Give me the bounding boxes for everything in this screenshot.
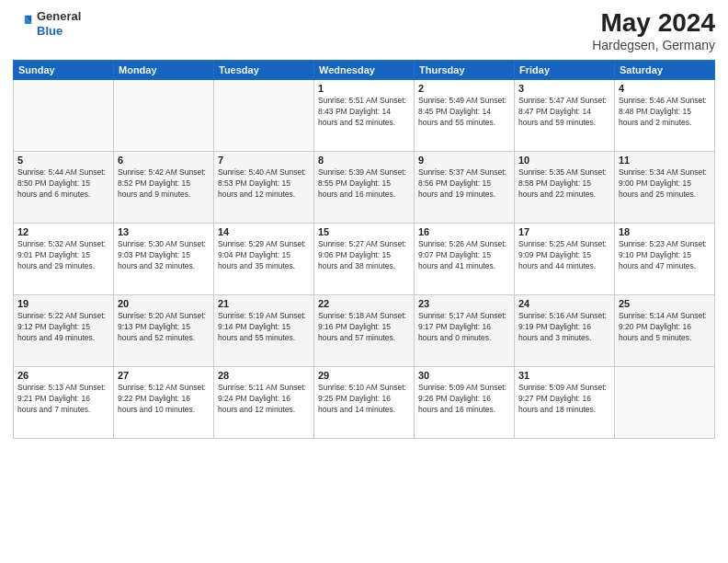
day-number: 22 [318, 298, 410, 309]
day-info: Sunrise: 5:26 AM Sunset: 9:07 PM Dayligh… [418, 239, 510, 272]
day-info: Sunrise: 5:16 AM Sunset: 9:19 PM Dayligh… [518, 311, 610, 344]
day-number: 31 [518, 370, 610, 381]
day-number: 29 [318, 370, 410, 381]
day-info: Sunrise: 5:19 AM Sunset: 9:14 PM Dayligh… [218, 311, 310, 344]
calendar-cell: 9Sunrise: 5:37 AM Sunset: 8:56 PM Daylig… [415, 151, 515, 223]
logo: General Blue [13, 9, 81, 38]
calendar-cell [14, 79, 114, 151]
day-number: 23 [418, 298, 510, 309]
day-info: Sunrise: 5:13 AM Sunset: 9:21 PM Dayligh… [17, 383, 109, 416]
day-header-monday: Monday [114, 60, 214, 79]
day-number: 10 [518, 155, 610, 166]
calendar-cell: 25Sunrise: 5:14 AM Sunset: 9:20 PM Dayli… [615, 294, 715, 366]
day-info: Sunrise: 5:42 AM Sunset: 8:52 PM Dayligh… [118, 167, 210, 201]
day-number: 30 [418, 370, 510, 381]
day-info: Sunrise: 5:25 AM Sunset: 9:09 PM Dayligh… [518, 239, 610, 272]
day-header-thursday: Thursday [415, 60, 515, 79]
calendar-cell: 18Sunrise: 5:23 AM Sunset: 9:10 PM Dayli… [615, 223, 715, 294]
calendar-cell: 3Sunrise: 5:47 AM Sunset: 8:47 PM Daylig… [515, 79, 615, 151]
day-number: 26 [17, 370, 109, 381]
calendar-cell: 28Sunrise: 5:11 AM Sunset: 9:24 PM Dayli… [214, 366, 314, 438]
day-info: Sunrise: 5:11 AM Sunset: 9:24 PM Dayligh… [218, 383, 310, 416]
calendar-cell: 22Sunrise: 5:18 AM Sunset: 9:16 PM Dayli… [314, 294, 415, 366]
day-info: Sunrise: 5:20 AM Sunset: 9:13 PM Dayligh… [118, 311, 210, 344]
calendar-cell: 26Sunrise: 5:13 AM Sunset: 9:21 PM Dayli… [14, 366, 114, 438]
calendar-cell: 16Sunrise: 5:26 AM Sunset: 9:07 PM Dayli… [415, 223, 515, 294]
day-number: 16 [418, 226, 510, 237]
day-info: Sunrise: 5:09 AM Sunset: 9:27 PM Dayligh… [518, 383, 610, 416]
day-info: Sunrise: 5:32 AM Sunset: 9:01 PM Dayligh… [17, 239, 109, 272]
calendar-cell: 30Sunrise: 5:09 AM Sunset: 9:26 PM Dayli… [415, 366, 515, 438]
day-number: 11 [619, 155, 711, 166]
day-info: Sunrise: 5:17 AM Sunset: 9:17 PM Dayligh… [418, 311, 510, 344]
day-info: Sunrise: 5:10 AM Sunset: 9:25 PM Dayligh… [318, 383, 410, 416]
calendar-week-5: 26Sunrise: 5:13 AM Sunset: 9:21 PM Dayli… [14, 366, 715, 438]
calendar-week-1: 1Sunrise: 5:51 AM Sunset: 8:43 PM Daylig… [14, 79, 715, 151]
calendar-cell: 2Sunrise: 5:49 AM Sunset: 8:45 PM Daylig… [415, 79, 515, 151]
day-info: Sunrise: 5:37 AM Sunset: 8:56 PM Dayligh… [418, 167, 510, 201]
day-number: 8 [318, 155, 410, 166]
calendar-cell: 11Sunrise: 5:34 AM Sunset: 9:00 PM Dayli… [615, 151, 715, 223]
day-number: 27 [118, 370, 210, 381]
day-number: 18 [619, 226, 711, 237]
day-number: 4 [619, 83, 711, 94]
day-number: 21 [218, 298, 310, 309]
day-info: Sunrise: 5:44 AM Sunset: 8:50 PM Dayligh… [17, 167, 109, 201]
calendar-cell: 24Sunrise: 5:16 AM Sunset: 9:19 PM Dayli… [515, 294, 615, 366]
day-info: Sunrise: 5:30 AM Sunset: 9:03 PM Dayligh… [118, 239, 210, 272]
day-info: Sunrise: 5:47 AM Sunset: 8:47 PM Dayligh… [518, 96, 610, 129]
day-number: 12 [17, 226, 109, 237]
calendar-cell [214, 79, 314, 151]
day-info: Sunrise: 5:29 AM Sunset: 9:04 PM Dayligh… [218, 239, 310, 272]
day-info: Sunrise: 5:49 AM Sunset: 8:45 PM Dayligh… [418, 96, 510, 129]
day-info: Sunrise: 5:22 AM Sunset: 9:12 PM Dayligh… [17, 311, 109, 344]
day-number: 2 [418, 83, 510, 94]
day-header-saturday: Saturday [615, 60, 715, 79]
title-block: May 2024 Hardegsen, Germany [592, 9, 715, 52]
calendar-cell: 21Sunrise: 5:19 AM Sunset: 9:14 PM Dayli… [214, 294, 314, 366]
day-info: Sunrise: 5:14 AM Sunset: 9:20 PM Dayligh… [619, 311, 711, 344]
calendar-cell: 31Sunrise: 5:09 AM Sunset: 9:27 PM Dayli… [515, 366, 615, 438]
calendar-cell: 20Sunrise: 5:20 AM Sunset: 9:13 PM Dayli… [114, 294, 214, 366]
calendar-table: SundayMondayTuesdayWednesdayThursdayFrid… [13, 60, 715, 439]
day-number: 17 [518, 226, 610, 237]
day-number: 7 [218, 155, 310, 166]
day-number: 13 [118, 226, 210, 237]
day-header-friday: Friday [515, 60, 615, 79]
page: General Blue May 2024 Hardegsen, Germany… [0, 0, 728, 563]
calendar-cell: 5Sunrise: 5:44 AM Sunset: 8:50 PM Daylig… [14, 151, 114, 223]
calendar-cell [114, 79, 214, 151]
day-number: 20 [118, 298, 210, 309]
calendar-cell: 15Sunrise: 5:27 AM Sunset: 9:06 PM Dayli… [314, 223, 415, 294]
calendar-cell: 19Sunrise: 5:22 AM Sunset: 9:12 PM Dayli… [14, 294, 114, 366]
calendar-cell: 13Sunrise: 5:30 AM Sunset: 9:03 PM Dayli… [114, 223, 214, 294]
day-number: 3 [518, 83, 610, 94]
day-number: 15 [318, 226, 410, 237]
day-info: Sunrise: 5:12 AM Sunset: 9:22 PM Dayligh… [118, 383, 210, 416]
calendar-header-row: SundayMondayTuesdayWednesdayThursdayFrid… [14, 60, 715, 79]
day-number: 6 [118, 155, 210, 166]
day-number: 14 [218, 226, 310, 237]
day-info: Sunrise: 5:39 AM Sunset: 8:55 PM Dayligh… [318, 167, 410, 201]
calendar-cell: 10Sunrise: 5:35 AM Sunset: 8:58 PM Dayli… [515, 151, 615, 223]
calendar-cell: 17Sunrise: 5:25 AM Sunset: 9:09 PM Dayli… [515, 223, 615, 294]
calendar-cell: 12Sunrise: 5:32 AM Sunset: 9:01 PM Dayli… [14, 223, 114, 294]
location: Hardegsen, Germany [592, 38, 715, 52]
calendar-cell [615, 366, 715, 438]
month-title: May 2024 [592, 9, 715, 38]
calendar-week-4: 19Sunrise: 5:22 AM Sunset: 9:12 PM Dayli… [14, 294, 715, 366]
day-header-wednesday: Wednesday [314, 60, 415, 79]
day-number: 28 [218, 370, 310, 381]
logo-general: General [37, 9, 81, 24]
day-info: Sunrise: 5:09 AM Sunset: 9:26 PM Dayligh… [418, 383, 510, 416]
day-number: 25 [619, 298, 711, 309]
calendar-cell: 1Sunrise: 5:51 AM Sunset: 8:43 PM Daylig… [314, 79, 415, 151]
logo-icon [13, 14, 33, 34]
calendar-cell: 8Sunrise: 5:39 AM Sunset: 8:55 PM Daylig… [314, 151, 415, 223]
calendar-cell: 29Sunrise: 5:10 AM Sunset: 9:25 PM Dayli… [314, 366, 415, 438]
day-number: 9 [418, 155, 510, 166]
calendar-cell: 23Sunrise: 5:17 AM Sunset: 9:17 PM Dayli… [415, 294, 515, 366]
day-number: 1 [318, 83, 410, 94]
calendar-cell: 27Sunrise: 5:12 AM Sunset: 9:22 PM Dayli… [114, 366, 214, 438]
day-info: Sunrise: 5:51 AM Sunset: 8:43 PM Dayligh… [318, 96, 410, 129]
